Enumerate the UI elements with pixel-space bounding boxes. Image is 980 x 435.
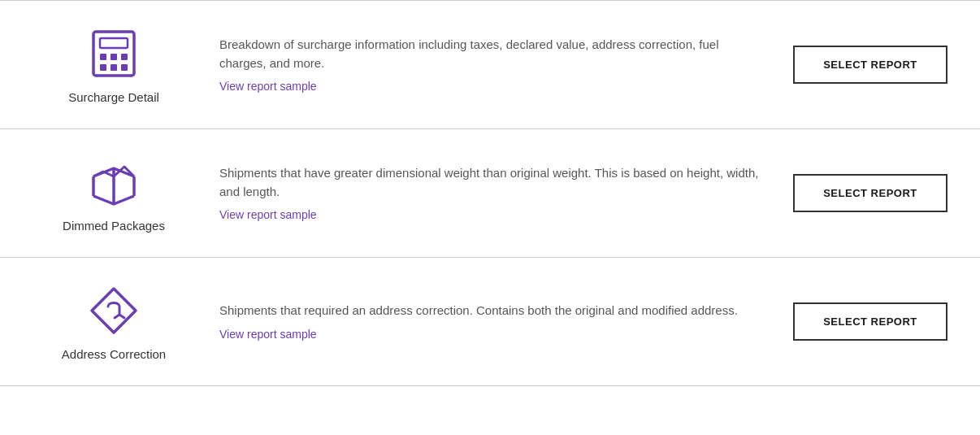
address-correction-description: Shipments that required an address corre… [195, 302, 785, 341]
svg-rect-4 [121, 54, 128, 60]
report-list: Surcharge Detail Breakdown of surcharge … [0, 0, 980, 386]
report-item-dimmed-packages: Dimmed Packages Shipments that have grea… [0, 129, 980, 258]
dimmed-packages-action: SELECT REPORT [785, 174, 947, 212]
address-correction-icon [85, 282, 142, 339]
surcharge-detail-description: Breakdown of surcharge information inclu… [195, 36, 785, 94]
svg-rect-2 [100, 54, 106, 60]
surcharge-detail-action: SELECT REPORT [785, 46, 947, 84]
address-correction-select-button[interactable]: SELECT REPORT [793, 302, 947, 341]
surcharge-detail-view-sample[interactable]: View report sample [219, 80, 317, 93]
dimmed-packages-label: Dimmed Packages [63, 219, 165, 233]
svg-rect-1 [100, 38, 128, 48]
dimmed-packages-view-sample[interactable]: View report sample [219, 208, 317, 221]
address-correction-text: Shipments that required an address corre… [219, 302, 761, 320]
address-correction-view-sample[interactable]: View report sample [219, 328, 317, 341]
box-icon [85, 154, 142, 211]
report-icon-section-address: Address Correction [33, 282, 195, 361]
surcharge-detail-text: Breakdown of surcharge information inclu… [219, 36, 761, 72]
surcharge-detail-select-button[interactable]: SELECT REPORT [793, 46, 947, 84]
report-icon-section-dimmed: Dimmed Packages [33, 154, 195, 233]
report-icon-section-surcharge: Surcharge Detail [33, 25, 195, 104]
svg-rect-6 [111, 64, 117, 71]
report-item-surcharge-detail: Surcharge Detail Breakdown of surcharge … [0, 0, 980, 129]
calculator-icon [85, 25, 142, 82]
dimmed-packages-description: Shipments that have greater dimensional … [195, 164, 785, 222]
dimmed-packages-select-button[interactable]: SELECT REPORT [793, 174, 947, 212]
address-correction-label: Address Correction [62, 347, 166, 361]
surcharge-detail-label: Surcharge Detail [68, 90, 159, 104]
svg-rect-7 [121, 64, 128, 71]
dimmed-packages-text: Shipments that have greater dimensional … [219, 164, 761, 201]
report-item-address-correction: Address Correction Shipments that requir… [0, 258, 980, 386]
svg-rect-5 [100, 64, 106, 71]
address-correction-action: SELECT REPORT [785, 302, 947, 341]
svg-rect-3 [111, 54, 117, 60]
